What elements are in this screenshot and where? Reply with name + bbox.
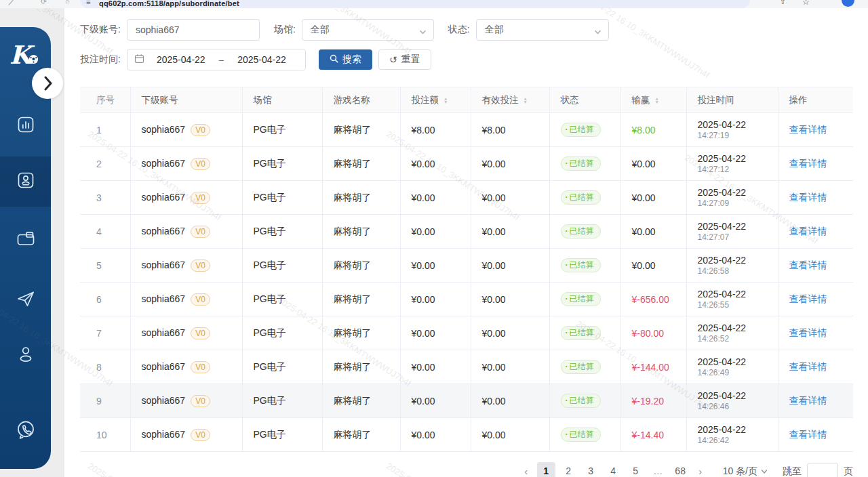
- next-page-chevron[interactable]: ›: [692, 465, 709, 477]
- account-name: sophia667: [142, 192, 186, 203]
- calendar-icon: [134, 54, 144, 66]
- vip-level-badge: V0: [191, 293, 210, 306]
- venue-cell: PG电子: [242, 113, 322, 147]
- view-details-link[interactable]: 查看详情: [789, 192, 827, 203]
- valid-bet-cell: ¥0.00: [471, 181, 549, 215]
- column-header[interactable]: 有效投注▲▼: [471, 87, 549, 113]
- bookmark-star-icon[interactable]: ☆: [802, 0, 810, 7]
- row-index-cell: 3: [80, 181, 130, 215]
- bet-date: 2025-04-22: [698, 356, 774, 368]
- account-cell: sophia667V0: [130, 384, 242, 418]
- page-number[interactable]: 1: [537, 462, 555, 477]
- account-input[interactable]: [127, 19, 260, 41]
- status-badge: ·已结算: [561, 428, 601, 442]
- search-icon: [330, 54, 338, 65]
- venue-cell: PG电子: [242, 350, 322, 384]
- home-icon[interactable]: ○: [65, 0, 70, 5]
- account-cell: sophia667V0: [130, 215, 242, 249]
- status-select-value: 全部: [485, 24, 504, 36]
- venue-cell: PG电子: [242, 215, 322, 249]
- sort-icon[interactable]: ▲▼: [443, 97, 448, 104]
- page-number[interactable]: 68: [671, 462, 690, 477]
- win-loss-value: ¥8.00: [632, 125, 656, 136]
- column-header: 状态: [549, 87, 620, 113]
- account-cell: sophia667V0: [130, 283, 242, 316]
- view-details-link[interactable]: 查看详情: [789, 293, 827, 304]
- account-name: sophia667: [142, 429, 186, 440]
- row-index-cell: 5: [80, 249, 130, 283]
- view-details-link[interactable]: 查看详情: [789, 158, 827, 169]
- row-index-cell: 1: [80, 113, 130, 147]
- share-icon[interactable]: ⇧: [780, 0, 785, 5]
- view-details-link[interactable]: 查看详情: [789, 361, 827, 372]
- sort-icon[interactable]: ▲▼: [655, 97, 659, 104]
- column-header[interactable]: 输赢▲▼: [620, 87, 686, 113]
- sidebar-collapse-button[interactable]: [32, 68, 63, 99]
- search-button[interactable]: 搜索: [319, 49, 372, 70]
- prev-page-chevron[interactable]: ‹: [517, 465, 535, 477]
- status-select[interactable]: 全部: [476, 19, 609, 41]
- game-name-cell: 麻将胡了: [322, 147, 400, 181]
- sidebar-item-profile[interactable]: [0, 331, 51, 381]
- reset-button[interactable]: ↺ 重置: [378, 49, 431, 70]
- filter-row-2: 投注时间: 2025-04-22 – 2025-04-22 搜索 ↺ 重置: [80, 49, 609, 70]
- status-cell: ·已结算: [549, 215, 620, 249]
- page-number[interactable]: 2: [559, 462, 578, 477]
- page-size-select[interactable]: 10 条/页: [723, 465, 768, 477]
- sidebar-item-reports[interactable]: [0, 101, 51, 151]
- sidebar-item-promotions[interactable]: [0, 275, 51, 325]
- table-row: 10sophia667V0PG电子麻将胡了¥0.00¥0.00·已结算¥-14.…: [80, 418, 853, 452]
- column-header-label: 操作: [789, 95, 808, 105]
- address-bar[interactable]: ≡ qq602p.com:5118/app/subordinate/bet: [80, 0, 750, 8]
- sidebar-item-support[interactable]: [0, 406, 51, 456]
- status-cell: ·已结算: [549, 316, 620, 350]
- view-details-link[interactable]: 查看详情: [789, 124, 827, 135]
- win-loss-cell: ¥-80.00: [620, 316, 686, 350]
- win-loss-value: ¥0.00: [632, 226, 656, 237]
- main-content: 下级账号: 场馆: 全部 状态: 全部 投注时间: 2025-04-22 – 2…: [64, 8, 868, 477]
- valid-bet-cell: ¥0.00: [471, 147, 549, 181]
- bet-records-table: 序号下级账号场馆游戏名称投注额▲▼有效投注▲▼状态输赢▲▼投注时间操作 1sop…: [80, 87, 853, 452]
- browser-profile-avatar[interactable]: [842, 0, 854, 7]
- table-row: 3sophia667V0PG电子麻将胡了¥0.00¥0.00·已结算¥0.002…: [80, 181, 853, 215]
- date-range-picker[interactable]: 2025-04-22 – 2025-04-22: [127, 49, 306, 70]
- page-number[interactable]: 4: [604, 462, 623, 477]
- valid-bet-cell: ¥0.00: [471, 283, 549, 316]
- status-badge: ·已结算: [561, 157, 601, 171]
- sidebar-item-subordinate-accounts[interactable]: [0, 157, 51, 207]
- bet-amount-cell: ¥0.00: [400, 384, 471, 418]
- action-cell: 查看详情: [778, 316, 853, 350]
- column-header-label: 投注时间: [698, 95, 734, 105]
- status-badge: ·已结算: [561, 190, 601, 205]
- page-number[interactable]: 5: [627, 462, 645, 477]
- reset-icon: ↺: [389, 55, 397, 64]
- status-badge: ·已结算: [561, 224, 601, 239]
- status-badge: ·已结算: [561, 360, 601, 374]
- account-name: sophia667: [142, 260, 186, 270]
- reset-button-label: 重置: [401, 54, 420, 66]
- table-row: 9sophia667V0PG电子麻将胡了¥0.00¥0.00·已结算¥-19.2…: [80, 384, 853, 418]
- view-details-link[interactable]: 查看详情: [789, 260, 827, 270]
- jump-page-input[interactable]: [807, 463, 838, 477]
- forward-arrow-icon[interactable]: ╱: [9, 0, 16, 7]
- status-cell: ·已结算: [549, 283, 620, 316]
- status-cell: ·已结算: [549, 147, 620, 181]
- venue-select[interactable]: 全部: [302, 19, 434, 41]
- url-text[interactable]: qq602p.com:5118/app/subordinate/bet: [99, 0, 239, 7]
- sidebar-item-wallet[interactable]: [0, 215, 51, 266]
- sort-icon[interactable]: ▲▼: [524, 97, 528, 104]
- view-details-link[interactable]: 查看详情: [789, 395, 827, 406]
- bet-time-filter-label: 投注时间:: [80, 54, 121, 66]
- jump-to-label: 跳至: [783, 465, 802, 477]
- date-from-value: 2025-04-22: [144, 54, 218, 65]
- column-header[interactable]: 投注额▲▼: [400, 87, 471, 113]
- page-number[interactable]: 3: [582, 462, 600, 477]
- valid-bet-cell: ¥0.00: [471, 215, 549, 249]
- view-details-link[interactable]: 查看详情: [789, 226, 827, 236]
- reload-icon[interactable]: ⟳: [41, 0, 47, 6]
- bet-date: 2025-04-22: [698, 289, 774, 300]
- view-details-link[interactable]: 查看详情: [789, 327, 827, 338]
- vip-level-badge: V0: [191, 158, 210, 170]
- tune-icon[interactable]: ≡: [86, 0, 90, 6]
- view-details-link[interactable]: 查看详情: [789, 429, 827, 440]
